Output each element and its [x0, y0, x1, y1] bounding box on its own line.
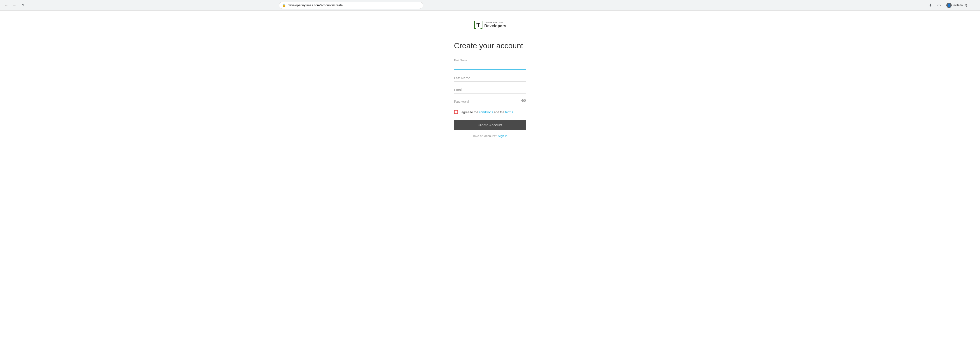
svg-rect-0	[474, 21, 475, 29]
last-name-field	[454, 75, 526, 82]
terms-text-before: I agree to the	[460, 110, 479, 114]
conditions-link[interactable]: conditions	[479, 110, 493, 114]
back-button[interactable]: ←	[3, 2, 10, 9]
svg-rect-4	[482, 21, 482, 29]
password-field	[454, 98, 526, 105]
terms-row: I agree to the conditions and the terms.	[454, 110, 526, 114]
nyt-logo-icon: T	[474, 20, 483, 29]
address-bar[interactable]: 🔒 developer.nytimes.com/accounts/create	[279, 2, 423, 9]
svg-rect-6	[480, 28, 482, 29]
profile-label: Invitado (2)	[953, 3, 967, 7]
nyt-logo-text: The New York Times Developers	[484, 22, 506, 28]
svg-rect-5	[480, 21, 482, 21]
nyt-logo-top-text: The New York Times	[484, 22, 506, 24]
page-title: Create your account	[454, 42, 526, 50]
nyt-logo-link[interactable]: T The New York Times Developers	[474, 20, 506, 29]
terms-label: I agree to the conditions and the terms.	[460, 110, 514, 114]
form-container: Create your account First Name	[454, 42, 526, 138]
forward-button[interactable]: →	[11, 2, 18, 9]
profile-icon: 👤	[947, 3, 951, 8]
signin-row: Have an account? Sign in.	[454, 134, 526, 138]
terms-checkbox[interactable]	[454, 110, 458, 114]
password-input[interactable]	[454, 98, 526, 105]
create-account-button[interactable]: Create Account	[454, 120, 526, 130]
reload-button[interactable]: ↻	[19, 2, 26, 9]
svg-text:T: T	[476, 22, 480, 28]
svg-rect-1	[474, 21, 476, 21]
browser-actions: ⬇ ▭ 👤 Invitado (2) ⋮	[927, 2, 977, 9]
logo-container: T The New York Times Developers	[474, 20, 506, 29]
signin-prompt-text: Have an account?	[472, 134, 497, 138]
profile-button[interactable]: 👤 Invitado (2)	[945, 2, 969, 9]
first-name-input[interactable]	[454, 63, 526, 70]
page-content: T The New York Times Developers Create y…	[0, 11, 980, 348]
email-field	[454, 86, 526, 94]
terms-link[interactable]: terms	[505, 110, 513, 114]
terms-text-after: .	[513, 110, 514, 114]
nav-buttons: ← → ↻	[3, 2, 26, 9]
create-account-form: First Name	[454, 59, 526, 138]
download-button[interactable]: ⬇	[927, 2, 934, 9]
nyt-logo-developers-text: Developers	[484, 24, 506, 28]
first-name-label: First Name	[454, 59, 526, 62]
cast-button[interactable]: ▭	[936, 2, 942, 9]
first-name-field: First Name	[454, 59, 526, 70]
lock-icon: 🔒	[282, 3, 286, 7]
svg-rect-2	[474, 28, 476, 29]
terms-text-middle: and the	[493, 110, 505, 114]
last-name-input[interactable]	[454, 75, 526, 82]
url-text: developer.nytimes.com/accounts/create	[288, 3, 343, 7]
browser-chrome: ← → ↻ 🔒 developer.nytimes.com/accounts/c…	[0, 0, 980, 11]
password-toggle-icon[interactable]	[521, 98, 526, 103]
menu-dots-button[interactable]: ⋮	[971, 2, 977, 9]
signin-link[interactable]: Sign in.	[498, 134, 508, 138]
email-input[interactable]	[454, 86, 526, 94]
